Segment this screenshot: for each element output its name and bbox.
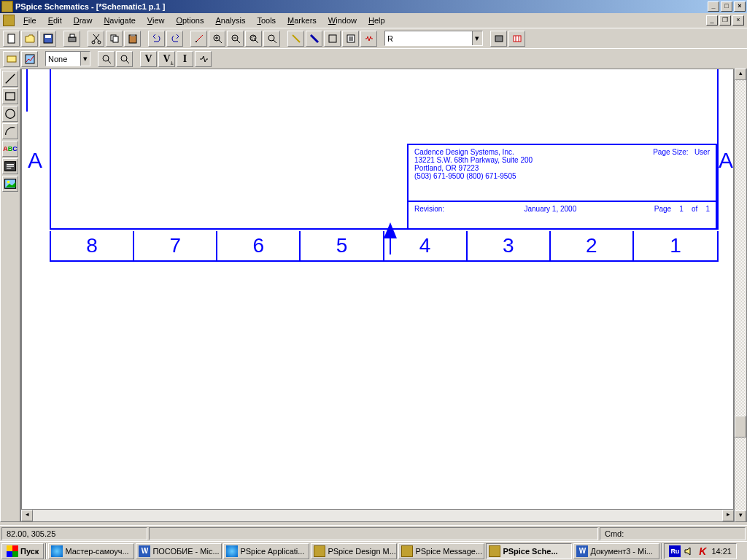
get-part-button[interactable] bbox=[490, 31, 507, 47]
draw-block-button[interactable] bbox=[324, 31, 341, 47]
menu-file[interactable]: File bbox=[18, 15, 42, 26]
task-item-6[interactable]: WДокумент3 - Mi... bbox=[573, 543, 659, 559]
menu-window[interactable]: Window bbox=[322, 15, 363, 26]
horizontal-scrollbar[interactable]: ◂ ▸ bbox=[21, 510, 734, 521]
drawing-palette: ABC bbox=[0, 69, 20, 522]
text-icon[interactable]: ABC bbox=[2, 141, 18, 157]
tb-page-label: Page bbox=[654, 205, 671, 213]
redraw-button[interactable] bbox=[190, 31, 207, 47]
arc-icon[interactable] bbox=[2, 123, 18, 139]
svg-point-16 bbox=[268, 35, 274, 41]
app-icon bbox=[1, 1, 13, 12]
edit-symbol-button[interactable] bbox=[508, 31, 525, 47]
task-item-0[interactable]: Мастер-самоуч... bbox=[48, 543, 134, 559]
globe-icon bbox=[51, 545, 63, 557]
maximize-button[interactable]: □ bbox=[721, 1, 732, 12]
zoom-in-button[interactable] bbox=[209, 31, 225, 47]
menu-navigate[interactable]: Navigate bbox=[98, 15, 141, 26]
scroll-thumb[interactable] bbox=[735, 416, 746, 438]
schematic-canvas[interactable]: A A Cadence Design Systems, Inc. 13221 S… bbox=[21, 69, 734, 510]
mdi-close-button[interactable]: × bbox=[732, 15, 744, 26]
marker-zoom1-button[interactable] bbox=[98, 51, 115, 67]
marker-type-combo[interactable]: ▾ bbox=[45, 51, 90, 66]
scroll-right-icon[interactable]: ▸ bbox=[722, 510, 734, 521]
paste-button[interactable] bbox=[124, 31, 141, 47]
scroll-left-icon[interactable]: ◂ bbox=[21, 510, 33, 521]
zoom-fit-button[interactable] bbox=[263, 31, 280, 47]
menu-analysis[interactable]: Analysis bbox=[209, 15, 251, 26]
open-button[interactable] bbox=[21, 31, 38, 47]
menubar: File Edit Draw Navigate View Options Ana… bbox=[0, 13, 747, 28]
language-indicator[interactable]: Ru bbox=[669, 545, 681, 557]
draw-bus-button[interactable] bbox=[306, 31, 322, 47]
part-name-input[interactable] bbox=[385, 31, 472, 45]
vertical-scrollbar[interactable]: ▴ ▾ bbox=[735, 69, 746, 522]
antivirus-icon[interactable]: K bbox=[697, 545, 708, 557]
print-button[interactable] bbox=[63, 31, 80, 47]
undo-button[interactable] bbox=[148, 31, 165, 47]
svg-rect-2 bbox=[45, 35, 51, 38]
minimize-button[interactable]: _ bbox=[708, 1, 719, 12]
copy-button[interactable] bbox=[106, 31, 123, 47]
redo-button[interactable] bbox=[166, 31, 183, 47]
clock[interactable]: 14:21 bbox=[711, 547, 732, 556]
cut-button[interactable] bbox=[88, 31, 104, 47]
mdi-restore-button[interactable]: ❐ bbox=[719, 15, 731, 26]
line-icon[interactable] bbox=[2, 71, 18, 87]
system-tray[interactable]: Ru K 14:21 bbox=[664, 543, 737, 559]
title-block[interactable]: Cadence Design Systems, Inc. 13221 S.W. … bbox=[407, 144, 717, 230]
svg-rect-15 bbox=[252, 36, 255, 39]
draw-wire-button[interactable] bbox=[287, 31, 304, 47]
task-item-3[interactable]: PSpice Design M... bbox=[311, 543, 397, 559]
picture-icon[interactable] bbox=[2, 176, 18, 192]
marker-v-button[interactable]: V bbox=[140, 51, 157, 67]
menu-edit[interactable]: Edit bbox=[42, 15, 68, 26]
marker-zoom2-button[interactable] bbox=[116, 51, 133, 67]
speaker-icon[interactable] bbox=[684, 546, 694, 556]
results-button[interactable] bbox=[21, 51, 38, 67]
mdi-minimize-button[interactable]: _ bbox=[706, 15, 718, 26]
svg-point-23 bbox=[103, 55, 109, 61]
menu-view[interactable]: View bbox=[142, 15, 171, 26]
save-button[interactable] bbox=[39, 31, 56, 47]
task-item-4[interactable]: PSpice Message... bbox=[398, 543, 484, 559]
svg-rect-3 bbox=[69, 37, 76, 42]
menu-options[interactable]: Options bbox=[171, 15, 210, 26]
part-symbol-button[interactable] bbox=[360, 31, 377, 47]
edit-attributes-button[interactable] bbox=[342, 31, 359, 47]
start-button[interactable]: Пуск bbox=[1, 543, 44, 559]
scroll-down-icon[interactable]: ▾ bbox=[735, 510, 746, 522]
menu-draw[interactable]: Draw bbox=[68, 15, 98, 26]
tb-addr2: Portland, OR 97223 bbox=[414, 164, 533, 172]
rect-icon[interactable] bbox=[2, 88, 18, 104]
svg-rect-8 bbox=[113, 36, 118, 42]
tb-page-total: 1 bbox=[705, 205, 710, 213]
zoom-out-button[interactable] bbox=[227, 31, 244, 47]
simulate-button[interactable] bbox=[3, 51, 20, 67]
marker-type-input[interactable] bbox=[46, 52, 80, 66]
marker-vdiff-button[interactable]: V± bbox=[158, 51, 175, 67]
scroll-up-icon[interactable]: ▴ bbox=[735, 69, 746, 80]
menu-tools[interactable]: Tools bbox=[251, 15, 282, 26]
task-item-2[interactable]: PSpice Applicati... bbox=[223, 543, 309, 559]
task-item-5[interactable]: PSpice Sche... bbox=[486, 543, 572, 559]
menu-markers[interactable]: Markers bbox=[282, 15, 322, 26]
svg-point-29 bbox=[7, 181, 10, 184]
zoom-area-button[interactable] bbox=[245, 31, 262, 47]
textbox-icon[interactable] bbox=[2, 158, 18, 174]
menu-help[interactable]: Help bbox=[363, 15, 391, 26]
dropdown-icon[interactable]: ▾ bbox=[472, 31, 482, 45]
mdi-icon[interactable] bbox=[3, 15, 15, 26]
part-name-combo[interactable]: ▾ bbox=[384, 31, 483, 46]
task-item-1[interactable]: WПОСОБИЕ - Mic... bbox=[136, 543, 222, 559]
close-button[interactable]: × bbox=[734, 1, 746, 12]
svg-rect-4 bbox=[70, 34, 74, 37]
marker-misc-button[interactable] bbox=[195, 51, 212, 67]
svg-rect-20 bbox=[514, 36, 521, 42]
dropdown-icon[interactable]: ▾ bbox=[80, 52, 90, 66]
svg-rect-10 bbox=[131, 34, 135, 36]
new-button[interactable] bbox=[3, 31, 20, 47]
marker-i-button[interactable]: I bbox=[177, 51, 193, 67]
main-toolbar: ▾ bbox=[0, 28, 747, 48]
circle-icon[interactable] bbox=[2, 106, 18, 122]
